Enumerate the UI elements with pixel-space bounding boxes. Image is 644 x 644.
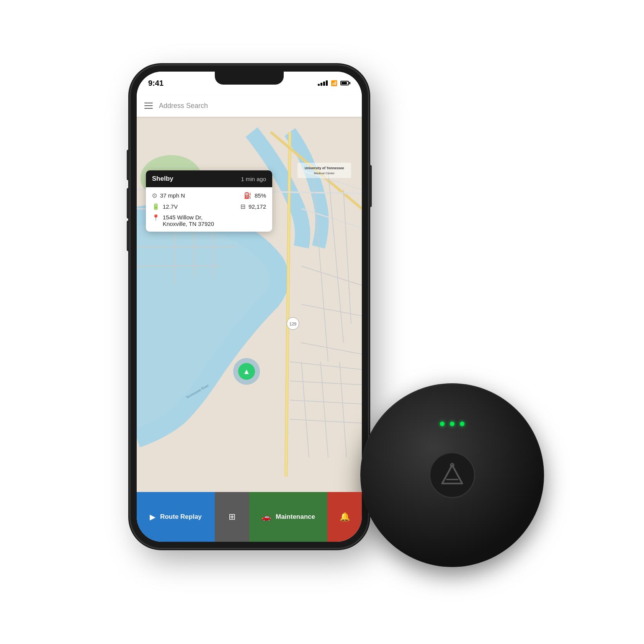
- battery-icon: [340, 81, 350, 85]
- svg-text:University of Tennessee: University of Tennessee: [305, 166, 344, 170]
- maintenance-label: Maintenance: [276, 513, 315, 521]
- grid-button[interactable]: ⊞: [215, 492, 249, 542]
- phone-screen: 9:41 📶: [137, 72, 362, 542]
- play-icon: ▶: [150, 512, 155, 521]
- route-replay-label: Route Replay: [160, 513, 202, 521]
- info-card-name: Shelby: [152, 175, 173, 183]
- svg-text:Medical Center: Medical Center: [314, 172, 335, 175]
- odometer-value: 92,172: [248, 203, 266, 210]
- wifi-icon: 📶: [331, 80, 337, 86]
- gps-logo-icon: [439, 462, 466, 489]
- gps-logo-button[interactable]: [429, 452, 475, 498]
- status-time: 9:41: [148, 79, 163, 88]
- route-replay-button[interactable]: ▶ Route Replay: [137, 492, 215, 542]
- bottom-buttons: ▶ Route Replay ⊞ 🚗 Maintenance 🔔: [137, 492, 362, 542]
- search-bar[interactable]: Address Search: [137, 95, 362, 117]
- info-card: Shelby 1 min ago ⊙ 37 mph N ⛽ 85%: [146, 170, 272, 232]
- svg-text:129: 129: [289, 322, 296, 326]
- map-area[interactable]: 129 University of Tennessee Medical Cent…: [137, 117, 362, 492]
- svg-rect-30: [297, 163, 351, 178]
- signal-bars-icon: [318, 80, 328, 86]
- scene: 9:41 📶: [111, 54, 533, 590]
- battery-status-icon: 🔋: [152, 203, 160, 210]
- voltage-item: 🔋 12.7V: [152, 203, 178, 210]
- fuel-icon: ⛽: [244, 192, 252, 199]
- phone: 9:41 📶: [131, 65, 368, 548]
- info-card-time: 1 min ago: [241, 176, 266, 182]
- info-row-speed-fuel: ⊙ 37 mph N ⛽ 85%: [152, 192, 266, 199]
- car-icon: 🚗: [262, 512, 271, 521]
- location-inner: ▲: [238, 363, 255, 380]
- search-input[interactable]: Address Search: [159, 102, 208, 110]
- location-marker: ▲: [233, 358, 260, 385]
- voltage-value: 12.7V: [163, 203, 178, 210]
- address-text: 1545 Willow Dr, Knoxville, TN 37920: [163, 214, 214, 227]
- address-line2: Knoxville, TN 37920: [163, 221, 214, 227]
- location-arrow-icon: ▲: [243, 367, 250, 376]
- location-pulse: ▲: [233, 358, 260, 385]
- odometer-icon: ⊟: [240, 203, 245, 210]
- gps-led-1: [440, 422, 445, 426]
- info-card-header: Shelby 1 min ago: [146, 170, 272, 187]
- speedometer-icon: ⊙: [152, 192, 157, 199]
- gps-led-row: [440, 422, 464, 426]
- grid-icon: ⊞: [229, 512, 235, 522]
- gps-led-2: [450, 422, 454, 426]
- fuel-item: ⛽ 85%: [244, 192, 266, 199]
- speed-item: ⊙ 37 mph N: [152, 192, 185, 199]
- alert-button[interactable]: 🔔: [327, 492, 362, 542]
- bell-icon: 🔔: [340, 512, 350, 522]
- speed-value: 37 mph N: [160, 192, 185, 199]
- info-card-body: ⊙ 37 mph N ⛽ 85% 🔋 12.7V: [146, 187, 272, 232]
- notch: [215, 72, 284, 85]
- gps-device: [360, 383, 544, 567]
- address-line1: 1545 Willow Dr,: [163, 214, 214, 221]
- gps-led-3: [460, 422, 464, 426]
- fuel-value: 85%: [255, 192, 266, 199]
- location-pin-icon: 📍: [152, 214, 160, 221]
- address-item: 📍 1545 Willow Dr, Knoxville, TN 37920: [152, 214, 266, 227]
- hamburger-menu-icon[interactable]: [144, 103, 153, 109]
- odometer-item: ⊟ 92,172: [240, 203, 266, 210]
- status-icons: 📶: [318, 80, 350, 86]
- maintenance-button[interactable]: 🚗 Maintenance: [249, 492, 327, 542]
- info-row-voltage-odometer: 🔋 12.7V ⊟ 92,172: [152, 203, 266, 210]
